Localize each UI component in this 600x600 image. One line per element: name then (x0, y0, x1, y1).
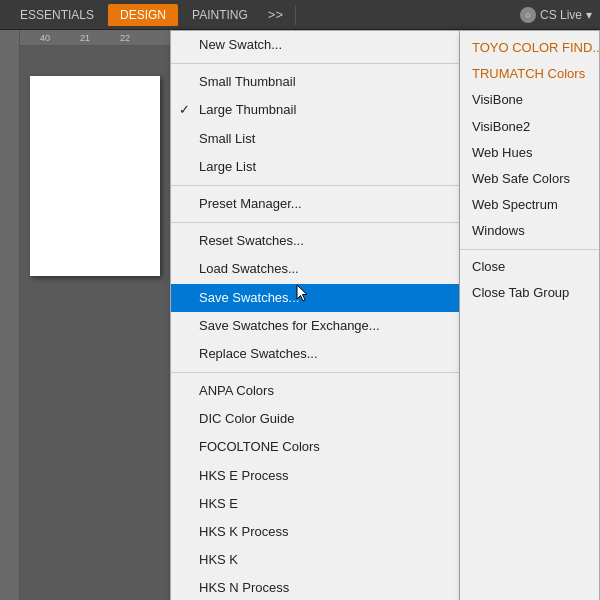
menu-item-small-list[interactable]: Small List (171, 125, 459, 153)
menu-item-close[interactable]: Close (460, 254, 599, 280)
menu-left-panel: New Swatch... Small Thumbnail Large Thum… (170, 30, 460, 600)
tab-essentials[interactable]: ESSENTIALS (8, 4, 106, 26)
separator (171, 185, 459, 186)
menu-item-anpa[interactable]: ANPA Colors (171, 377, 459, 405)
canvas-document (30, 76, 160, 276)
menu-item-hks-n-process[interactable]: HKS N Process (171, 574, 459, 600)
separator (171, 63, 459, 64)
separator (460, 249, 599, 250)
context-menu: New Swatch... Small Thumbnail Large Thum… (170, 30, 600, 600)
menu-item-save-swatches-exchange[interactable]: Save Swatches for Exchange... (171, 312, 459, 340)
cs-live-icon: ○ (520, 7, 536, 23)
menu-item-trumatch[interactable]: TRUMATCH Colors (460, 61, 599, 87)
menu-item-save-swatches[interactable]: Save Swatches... (171, 284, 459, 312)
menu-item-windows[interactable]: Windows (460, 218, 599, 244)
menu-item-hks-e[interactable]: HKS E (171, 490, 459, 518)
separator (171, 372, 459, 373)
menu-item-hks-k-process[interactable]: HKS K Process (171, 518, 459, 546)
menu-item-visibone2[interactable]: VisiBone2 (460, 114, 599, 140)
tab-painting[interactable]: PAINTING (180, 4, 260, 26)
menu-item-preset-manager[interactable]: Preset Manager... (171, 190, 459, 218)
top-bar: ESSENTIALS DESIGN PAINTING >> ○ CS Live … (0, 0, 600, 30)
tab-design[interactable]: DESIGN (108, 4, 178, 26)
menu-item-large-list[interactable]: Large List (171, 153, 459, 181)
cs-live-button[interactable]: ○ CS Live ▾ (520, 7, 592, 23)
menu-item-close-tab-group[interactable]: Close Tab Group (460, 280, 599, 306)
menu-item-web-safe-colors[interactable]: Web Safe Colors (460, 166, 599, 192)
separator (295, 5, 296, 25)
menu-right-panel: TOYO COLOR FIND... TRUMATCH Colors VisiB… (460, 30, 600, 600)
menu-item-hks-k[interactable]: HKS K (171, 546, 459, 574)
menu-item-large-thumbnail[interactable]: Large Thumbnail (171, 96, 459, 124)
menu-item-replace-swatches[interactable]: Replace Swatches... (171, 340, 459, 368)
menu-item-visibone[interactable]: VisiBone (460, 87, 599, 113)
menu-item-toyo[interactable]: TOYO COLOR FIND... (460, 35, 599, 61)
menu-item-focoltone[interactable]: FOCOLTONE Colors (171, 433, 459, 461)
menu-item-new-swatch[interactable]: New Swatch... (171, 31, 459, 59)
menu-item-small-thumbnail[interactable]: Small Thumbnail (171, 68, 459, 96)
vertical-ruler (0, 30, 20, 600)
menu-item-dic[interactable]: DIC Color Guide (171, 405, 459, 433)
separator (171, 222, 459, 223)
menu-item-reset-swatches[interactable]: Reset Swatches... (171, 227, 459, 255)
menu-item-load-swatches[interactable]: Load Swatches... (171, 255, 459, 283)
menu-item-hks-e-process[interactable]: HKS E Process (171, 462, 459, 490)
menu-item-web-spectrum[interactable]: Web Spectrum (460, 192, 599, 218)
menu-item-web-hues[interactable]: Web Hues (460, 140, 599, 166)
more-tabs-button[interactable]: >> (262, 3, 289, 26)
